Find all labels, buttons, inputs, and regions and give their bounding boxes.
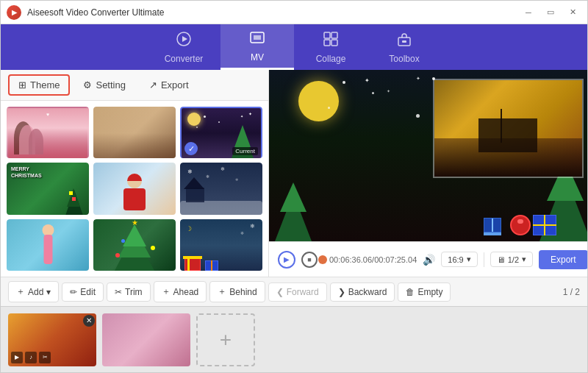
theme-simple[interactable]: Simple [93,107,176,158]
theme-santa-claus[interactable]: Santa Claus [93,163,176,214]
export-button[interactable]: Export [539,250,587,269]
svg-rect-4 [324,32,330,38]
ahead-label: Ahead [173,287,199,297]
filmstrip-item-1[interactable]: ✕ ▶ ♪ ✂ [8,313,96,366]
minimize-button[interactable]: ─ [520,6,537,19]
nav-mv[interactable]: MV [220,24,294,70]
nav-converter[interactable]: Converter [147,24,220,70]
theme-stripes-waves[interactable]: Stripes & Waves [7,219,89,271]
converter-label: Converter [165,54,204,64]
page-counter: 1 / 2 [563,287,580,297]
tab-export[interactable]: ↗ Export [139,74,199,96]
volume-icon[interactable]: 🔊 [423,254,435,266]
svg-marker-1 [182,36,187,42]
behind-icon: ＋ [218,285,226,298]
monitor-icon: 🖥 [497,255,505,264]
trim-icon: ✂ [115,287,122,297]
svg-rect-9 [402,40,406,43]
divider [484,252,484,267]
forward-icon: ❮ [276,287,284,297]
page-value: 1/2 [508,255,519,264]
svg-rect-5 [331,32,337,38]
audio-small-icon: ♪ [25,352,37,363]
play-button[interactable]: ▶ [278,251,295,269]
add-dropdown-icon: ▾ [46,287,51,297]
theme-happy[interactable]: ♥ Happy [7,107,89,158]
setting-tab-label: Setting [96,79,125,90]
play-small-icon: ▶ [11,352,23,363]
app-window: ▶ Aiseesoft Video Converter Ultimate ─ ▭… [0,0,588,373]
filmstrip: ✕ ▶ ♪ ✂ + [1,306,587,372]
theme-selected-check: ✓ [184,142,198,155]
backward-icon: ❯ [338,287,345,297]
close-button[interactable]: ✕ [564,6,581,19]
preview-section: ✦ ✦ ✦ ✦ [269,70,587,277]
playback-controls: ▶ ■ 00:06:36.06/00:07:25.04 🔊 16:9 ▾ 🖥 1… [269,241,587,277]
edit-small-icon: ✂ [39,352,51,363]
toolbox-label: Toolbox [389,54,419,64]
filmstrip-add-button[interactable]: + [196,313,255,366]
empty-button[interactable]: 🗑 Empty [398,283,451,302]
ahead-icon: ＋ [162,285,171,298]
top-navigation: Converter MV Collage [1,24,587,70]
filmstrip-item-1-icons: ▶ ♪ ✂ [11,352,51,363]
video-preview: ✦ ✦ ✦ ✦ [269,70,587,241]
svg-rect-7 [331,40,337,46]
tab-setting[interactable]: ⚙ Setting [73,74,135,96]
stop-button[interactable]: ■ [301,252,318,268]
bottom-toolbar: ＋ Add ▾ ✏ Edit ✂ Trim ＋ Ahead ＋ Behind ❮… [1,277,587,306]
setting-tab-icon: ⚙ [83,79,92,90]
trim-button[interactable]: ✂ Trim [107,283,151,302]
ratio-dropdown-icon: ▾ [467,255,471,264]
behind-label: Behind [229,287,257,297]
backward-label: Backward [348,287,387,297]
add-icon: ＋ [16,285,25,298]
ahead-button[interactable]: ＋ Ahead [154,281,207,302]
page-selector[interactable]: 🖥 1/2 ▾ [490,252,533,267]
empty-label: Empty [417,287,442,297]
nav-toolbox[interactable]: Toolbox [368,24,441,70]
filmstrip-item-1-close[interactable]: ✕ [83,315,95,327]
filmstrip-item-2[interactable] [102,313,190,366]
svg-rect-3 [254,35,261,40]
app-title: Aiseesoft Video Converter Ultimate [27,7,520,18]
ratio-selector[interactable]: 16:9 ▾ [441,252,477,267]
theme-tab-label: Theme [30,79,60,90]
theme-christmas-tree[interactable]: ★ Christmas Tree [93,219,176,271]
theme-snowy-night[interactable]: ❄ ❄ ❄ ❄ Snowy Night [180,163,262,214]
nav-collage[interactable]: Collage [294,24,368,70]
collage-icon [323,31,339,51]
sub-tabs-bar: ⊞ Theme ⚙ Setting ↗ Export [1,70,268,101]
backward-button[interactable]: ❯ Backward [330,283,395,302]
theme-beautiful-christmas[interactable]: ❄ ❄ ☽ Beautiful Christmas [180,219,262,271]
add-label: Add [28,287,43,297]
page-dropdown-icon: ▾ [522,255,526,264]
export-tab-icon: ↗ [149,79,157,90]
theme-christmas-eve[interactable]: ✦ ✦ ✓ Current Christmas [180,107,262,158]
tab-theme[interactable]: ⊞ Theme [8,74,70,96]
behind-button[interactable]: ＋ Behind [209,281,265,302]
theme-tab-icon: ⊞ [18,79,26,90]
theme-merry-christmas[interactable]: MERRYCHRISTMAS Merry Christmas [7,163,89,214]
converter-icon [176,31,192,51]
content-area: ⊞ Theme ⚙ Setting ↗ Export [1,70,587,277]
maximize-button[interactable]: ▭ [542,6,559,19]
toolbox-icon [396,31,412,51]
current-label: Current [232,147,258,155]
trim-label: Trim [125,287,143,297]
forward-button[interactable]: ❮ Forward [268,283,327,302]
titlebar: ▶ Aiseesoft Video Converter Ultimate ─ ▭… [1,1,587,24]
edit-icon: ✏ [70,287,77,297]
mv-label: MV [251,52,264,63]
export-tab-label: Export [161,79,189,90]
edit-button[interactable]: ✏ Edit [62,283,104,302]
time-display: 00:06:36.06/00:07:25.04 [329,255,417,264]
progress-thumb[interactable] [318,255,327,264]
empty-icon: 🗑 [406,287,415,297]
ratio-value: 16:9 [448,255,463,264]
svg-rect-6 [324,40,330,46]
collage-label: Collage [316,54,346,64]
left-panel: ⊞ Theme ⚙ Setting ↗ Export [1,70,269,277]
add-button[interactable]: ＋ Add ▾ [8,281,59,302]
window-controls: ─ ▭ ✕ [520,6,581,19]
